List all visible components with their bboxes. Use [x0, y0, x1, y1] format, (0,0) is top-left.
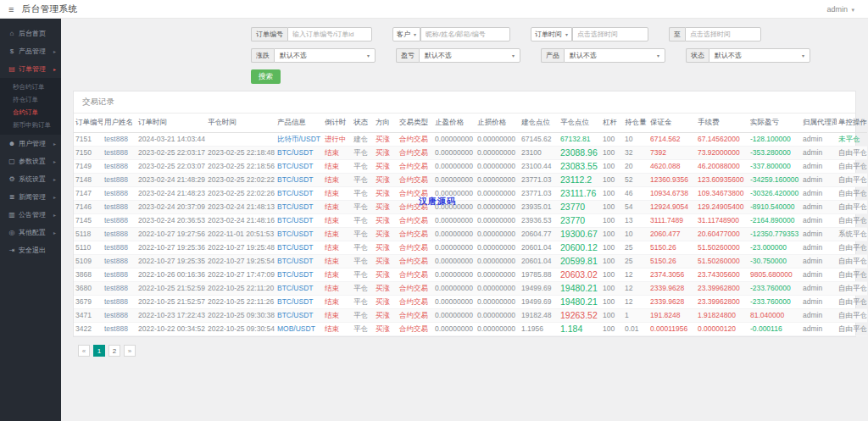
sidebar-item-orders[interactable]: ▤订单管理▸ [0, 60, 61, 78]
cell-countdown: 进行中 [323, 133, 352, 147]
filter-panel: 订单编号 客户 ▾ 订单时间 ▾ [251, 27, 856, 84]
cell-product-link[interactable]: BTC/USDT [275, 201, 323, 214]
sidebar-item-params[interactable]: ▢参数设置▸ [0, 152, 61, 170]
product-select[interactable]: 默认不选 ▾ [564, 48, 665, 63]
time-from-input[interactable] [572, 27, 648, 42]
cell-direction: 买涨 [374, 241, 398, 255]
cell-user-name[interactable]: test888 [103, 228, 136, 241]
sidebar-subitem-seconds-contract-orders[interactable]: 秒合约订单 [0, 80, 61, 93]
cell-fee: 1.91824800 [696, 309, 748, 323]
sidebar-subitem-position-orders[interactable]: 持仓订单 [0, 93, 61, 106]
cell-user-name[interactable]: test888 [103, 269, 136, 282]
sidebar-item-products[interactable]: $产品管理▸ [0, 42, 61, 60]
sidebar-item-system[interactable]: ⚙系统设置▸ [0, 170, 61, 188]
hamburger-icon[interactable]: ≡ [8, 4, 14, 14]
cell-countdown: 结束 [323, 174, 352, 187]
cell-user-name[interactable]: test888 [103, 241, 136, 255]
document-icon: ▢ [8, 158, 16, 165]
cell-user-name[interactable]: test888 [103, 296, 136, 309]
cell-margin: 4620.088 [648, 160, 696, 174]
cell-user-name[interactable]: test888 [103, 214, 136, 228]
cell-user-name[interactable]: test888 [103, 309, 136, 323]
cell-status: 平仓 [352, 269, 374, 282]
cell-close-point: 20599.81 [559, 255, 601, 269]
cell-product-link[interactable]: BTC/USDT [275, 282, 323, 296]
cell-product-link[interactable]: BTC/USDT [275, 255, 323, 269]
cell-take-profit-price: 0.00000000 [433, 255, 476, 269]
cell-product-link[interactable]: 比特币/USDT [275, 133, 323, 147]
customer-select[interactable]: 客户 ▾ [392, 27, 420, 42]
cell-product-link[interactable]: BTC/USDT [275, 309, 323, 323]
sidebar-subitem-contract-orders[interactable]: 合约订单 [0, 106, 61, 119]
pagination-page-2[interactable]: 2 [108, 345, 120, 357]
cell-product-link[interactable]: BTC/USDT [275, 147, 323, 160]
cell-product-link[interactable]: MOB/USDT [275, 323, 323, 336]
cell-open-point: 19499.69 [520, 296, 559, 309]
cell-user-name[interactable]: test888 [103, 174, 136, 187]
product-label: 产品 [541, 48, 564, 63]
sidebar-item-dashboard[interactable]: ⌂后台首页 [0, 25, 61, 42]
time-type-select[interactable]: 订单时间 ▾ [531, 27, 572, 42]
pagination-prev[interactable]: « [78, 345, 90, 357]
cell-product-link[interactable]: BTC/USDT [275, 296, 323, 309]
cell-user-name[interactable]: test888 [103, 201, 136, 214]
cell-agent: admin [801, 296, 837, 309]
search-button[interactable]: 搜索 [251, 69, 281, 84]
cell-open-time: 2023-02-25 22:03:17 [136, 147, 206, 160]
time-to-input[interactable] [685, 27, 761, 42]
sidebar-item-logout[interactable]: ⇥安全退出 [0, 241, 61, 259]
cell-leverage: 100 [601, 187, 623, 201]
cell-product-link[interactable]: BTC/USDT [275, 241, 323, 255]
cell-product-link[interactable]: BTC/USDT [275, 228, 323, 241]
pagination-page-1[interactable]: 1 [93, 345, 105, 357]
cell-leverage: 100 [601, 201, 623, 214]
cell-operation: 自由平仓 [837, 214, 867, 228]
sidebar-item-label: 安全退出 [19, 246, 46, 255]
cell-take-profit-price: 0.00000000 [433, 323, 476, 336]
pnl-select[interactable]: 默认不选 ▾ [419, 48, 520, 63]
cell-user-name[interactable]: test888 [103, 133, 136, 147]
sidebar-subitem-new-coin-subscribe-orders[interactable]: 新币申购订单 [0, 119, 61, 131]
cell-user-name[interactable]: test888 [103, 255, 136, 269]
cell-close-point: 19480.21 [559, 282, 601, 296]
cell-user-name[interactable]: test888 [103, 323, 136, 336]
cell-direction: 买涨 [374, 269, 398, 282]
cell-operation: 自由平仓 [837, 296, 867, 309]
cell-take-profit-price: 0.00000000 [433, 214, 476, 228]
sidebar-item-notice[interactable]: ▥公告管理▸ [0, 206, 61, 224]
cell-product-link[interactable]: BTC/USDT [275, 269, 323, 282]
updown-select[interactable]: 默认不选 ▾ [274, 48, 376, 63]
cell-close-point: 23111.76 [559, 187, 601, 201]
pagination-next[interactable]: » [124, 345, 136, 357]
cell-leverage: 100 [601, 241, 623, 255]
order-no-input[interactable] [287, 27, 372, 42]
cell-actual-profit: -12350.779353 [748, 228, 801, 241]
sidebar-item-users[interactable]: ☻用户管理▸ [0, 135, 61, 152]
chevron-right-icon: ▸ [53, 194, 56, 200]
updown-group: 涨跌 默认不选 ▾ [251, 48, 376, 63]
cell-user-name[interactable]: test888 [103, 160, 136, 174]
config-icon: ◎ [8, 229, 16, 236]
sidebar-item-label: 后台首页 [19, 29, 46, 38]
cell-agent: admin [801, 160, 837, 174]
product-value: 默认不选 [570, 51, 597, 60]
status-select[interactable]: 默认不选 ▾ [709, 48, 810, 63]
user-menu[interactable]: admin ▾ [826, 5, 854, 14]
cell-product-link[interactable]: BTC/USDT [275, 214, 323, 228]
cell-product-link[interactable]: BTC/USDT [275, 187, 323, 201]
cell-close-time: 2022-10-27 19:25:48 [206, 241, 275, 255]
cell-product-link[interactable]: BTC/USDT [275, 174, 323, 187]
customer-input[interactable] [420, 27, 510, 42]
time-type-value: 订单时间 [535, 30, 562, 39]
table-row: 3680test8882022-10-25 21:52:592022-10-25… [74, 282, 867, 296]
cell-user-name[interactable]: test888 [103, 147, 136, 160]
cell-position-amount: 52 [623, 174, 648, 187]
cell-operation[interactable]: 未平仓 [837, 133, 867, 147]
cell-user-name[interactable]: test888 [103, 187, 136, 201]
cell-user-name[interactable]: test888 [103, 282, 136, 296]
cell-agent: admin [801, 282, 837, 296]
cell-product-link[interactable]: BTC/USDT [275, 160, 323, 174]
sidebar-item-news[interactable]: ≣新闻管理▸ [0, 188, 61, 206]
cell-open-time: 2022-10-22 00:34:52 [136, 323, 206, 336]
sidebar-item-other-config[interactable]: ◎其他配置▸ [0, 224, 61, 241]
